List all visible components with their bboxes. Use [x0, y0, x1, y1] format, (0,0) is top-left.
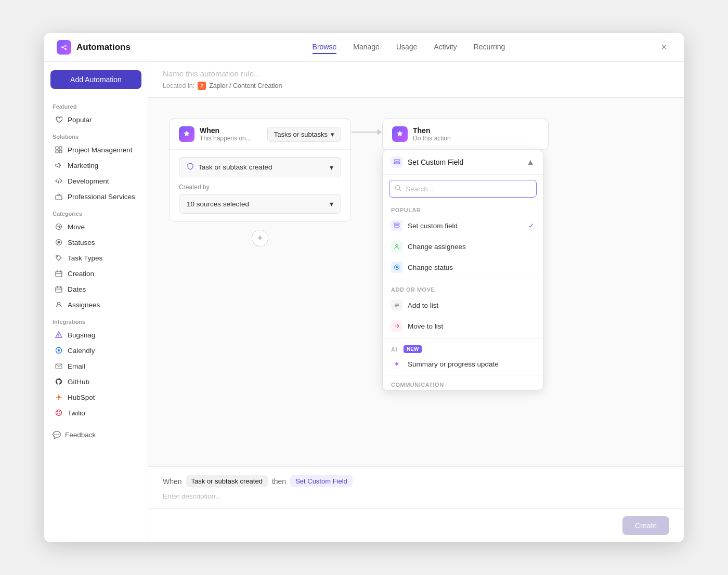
- sidebar-item-email-label: Email: [68, 362, 85, 370]
- github-icon: [55, 377, 63, 386]
- task-dropdown[interactable]: Task or subtask created ▾: [179, 157, 341, 177]
- zapier-icon: Z: [198, 82, 206, 90]
- sidebar-item-statuses-label: Statuses: [68, 239, 95, 246]
- move-to-list-left: Add to list Move to list: [391, 320, 443, 332]
- svg-point-13: [58, 241, 60, 244]
- communication-section-label: COMMUNICATION: [383, 377, 543, 390]
- code-icon: [55, 177, 63, 185]
- shield-icon: [187, 163, 194, 172]
- svg-line-4: [63, 47, 64, 49]
- integrations-label: Integrations: [44, 312, 148, 327]
- then-block-wrapper: Then Do this action: [382, 119, 549, 150]
- svg-point-37: [59, 411, 60, 412]
- sidebar-item-github[interactable]: GitHub: [46, 374, 146, 389]
- breadcrumb: Located in: Z Zapier / Content Creation: [163, 82, 669, 90]
- feedback-icon: 💬: [53, 431, 61, 439]
- sidebar-item-assignees-label: Assignees: [68, 301, 100, 309]
- nav-recurring[interactable]: Recurring: [474, 41, 505, 54]
- sidebar-item-popular-label: Popular: [68, 116, 92, 124]
- sidebar-item-email[interactable]: Email: [46, 358, 146, 374]
- search-icon: [395, 184, 401, 193]
- dates-calendar-icon: [55, 285, 63, 293]
- automation-name-bar: Located in: Z Zapier / Content Creation: [148, 62, 684, 98]
- sidebar-item-creation[interactable]: Creation: [46, 266, 146, 281]
- hubspot-icon: [55, 393, 63, 401]
- svg-rect-15: [56, 271, 62, 277]
- filter-label: Created by: [179, 184, 341, 191]
- sidebar-item-project-management[interactable]: Project Management: [46, 142, 146, 158]
- sidebar-item-twilio-label: Twilio: [68, 409, 85, 417]
- when-block-body: Task or subtask created ▾ Created by 10 …: [170, 150, 350, 221]
- close-button[interactable]: ×: [657, 40, 671, 55]
- sidebar-item-move-label: Move: [68, 223, 85, 231]
- modal-body: Add Automation Featured Popular Solution…: [44, 62, 684, 542]
- svg-point-42: [396, 186, 400, 190]
- when-title: When: [200, 126, 251, 135]
- sidebar-item-twilio[interactable]: Twilio: [46, 405, 146, 421]
- dropdown-item-summary[interactable]: ✦ Summary or progress update: [383, 355, 543, 373]
- sidebar-item-assignees[interactable]: Assignees: [46, 297, 146, 312]
- summary-label: Summary or progress update: [408, 360, 499, 368]
- description-input[interactable]: [163, 492, 669, 500]
- sidebar-item-development-label: Development: [68, 177, 109, 185]
- task-chevron-icon: ▾: [330, 163, 333, 172]
- action-header[interactable]: Set Custom Field ▲: [383, 150, 543, 175]
- trigger-select-button[interactable]: Tasks or subtasks ▾: [267, 127, 341, 142]
- automations-modal: Automations Browse Manage Usage Activity…: [44, 33, 684, 542]
- featured-label: Featured: [44, 97, 148, 112]
- dropdown-item-set-custom-field[interactable]: Set custom field ✓: [383, 215, 543, 236]
- nav-activity[interactable]: Activity: [434, 41, 457, 54]
- change-assignees-label: Change assignees: [408, 243, 466, 251]
- move-icon: [55, 223, 63, 231]
- feedback-item[interactable]: 💬 Feedback: [44, 421, 148, 443]
- svg-rect-40: [394, 160, 400, 161]
- nav-manage[interactable]: Manage: [353, 41, 380, 54]
- svg-rect-8: [59, 150, 62, 153]
- sidebar-item-calendly[interactable]: Calendly: [46, 343, 146, 358]
- add-to-list-left: Add to list: [391, 299, 438, 311]
- modal-nav: Browse Manage Usage Activity Recurring: [161, 41, 657, 54]
- create-button[interactable]: Create: [622, 516, 669, 535]
- action-search-input[interactable]: [406, 185, 531, 193]
- email-icon: [55, 362, 63, 370]
- when-subtitle: This happens on...: [200, 135, 251, 142]
- set-custom-field-icon: [391, 220, 402, 231]
- dropdown-item-add-to-list[interactable]: Add to list: [383, 295, 543, 316]
- nav-browse[interactable]: Browse: [313, 41, 337, 54]
- sidebar-item-professional-services-label: Professional Services: [68, 193, 135, 201]
- sidebar-item-popular[interactable]: Popular: [46, 112, 146, 127]
- sidebar-item-professional-services[interactable]: Professional Services: [46, 189, 146, 204]
- add-trigger-button[interactable]: +: [252, 230, 268, 246]
- dropdown-item-change-status[interactable]: Change status: [383, 257, 543, 278]
- svg-rect-10: [56, 195, 62, 200]
- nav-usage[interactable]: Usage: [396, 41, 417, 54]
- sidebar-item-statuses[interactable]: Statuses: [46, 234, 146, 250]
- sources-dropdown[interactable]: 10 sources selected ▾: [179, 194, 341, 214]
- sidebar-item-hubspot[interactable]: HubSpot: [46, 389, 146, 405]
- summary-when-chip: Task or subtask created: [186, 475, 268, 487]
- then-block-header: Then Do this action: [383, 119, 548, 150]
- add-to-list-icon: [391, 299, 402, 311]
- sidebar-item-marketing[interactable]: Marketing: [46, 158, 146, 173]
- add-automation-button[interactable]: Add Automation: [50, 70, 141, 89]
- dropdown-item-move-to-list[interactable]: Add to list Move to list: [383, 316, 543, 336]
- bugsnag-icon: [55, 331, 63, 339]
- summary-row: When Task or subtask created then Set Cu…: [163, 475, 669, 487]
- sidebar-item-dates[interactable]: Dates: [46, 281, 146, 297]
- summary-when-label: When: [163, 477, 182, 486]
- dropdown-item-change-assignees[interactable]: Change assignees: [383, 236, 543, 257]
- sidebar-item-bugsnag[interactable]: Bugsnag: [46, 327, 146, 343]
- then-subtitle: Do this action: [413, 135, 451, 142]
- svg-rect-44: [394, 223, 399, 225]
- sidebar-item-development[interactable]: Development: [46, 173, 146, 189]
- set-custom-field-label: Set custom field: [408, 222, 458, 230]
- action-header-left: Set Custom Field: [391, 156, 463, 168]
- action-dropdown-panel: Set Custom Field ▲ PO: [382, 150, 543, 390]
- sidebar-item-move[interactable]: Move: [46, 219, 146, 234]
- action-search-box: [389, 180, 537, 198]
- svg-point-48: [396, 266, 398, 268]
- sidebar-item-marketing-label: Marketing: [68, 162, 98, 169]
- feedback-label: Feedback: [65, 431, 96, 439]
- automation-name-input[interactable]: [163, 69, 669, 78]
- sidebar-item-task-types[interactable]: Task Types: [46, 250, 146, 266]
